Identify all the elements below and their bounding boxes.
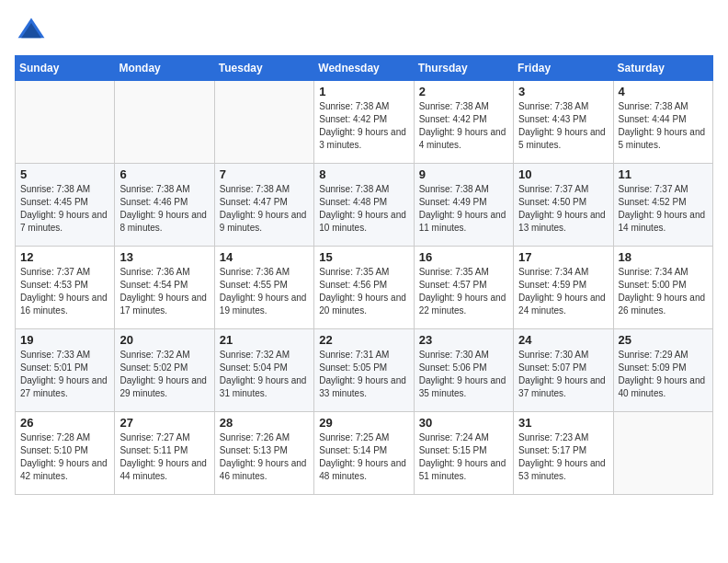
day-number: 19 [20, 333, 109, 347]
calendar-cell: 10Sunrise: 7:37 AM Sunset: 4:50 PM Dayli… [514, 164, 613, 247]
day-info: Sunrise: 7:30 AM Sunset: 5:07 PM Dayligh… [518, 349, 608, 400]
calendar-cell: 2Sunrise: 7:38 AM Sunset: 4:42 PM Daylig… [414, 81, 513, 164]
day-info: Sunrise: 7:31 AM Sunset: 5:05 PM Dayligh… [319, 349, 408, 400]
calendar-cell: 20Sunrise: 7:32 AM Sunset: 5:02 PM Dayli… [115, 329, 214, 412]
day-info: Sunrise: 7:37 AM Sunset: 4:50 PM Dayligh… [518, 183, 608, 235]
day-info: Sunrise: 7:25 AM Sunset: 5:14 PM Dayligh… [319, 431, 408, 483]
day-info: Sunrise: 7:33 AM Sunset: 5:01 PM Dayligh… [20, 349, 109, 400]
day-number: 15 [319, 250, 408, 264]
calendar-cell: 18Sunrise: 7:34 AM Sunset: 5:00 PM Dayli… [613, 247, 712, 329]
day-number: 24 [518, 333, 608, 347]
day-info: Sunrise: 7:32 AM Sunset: 5:02 PM Dayligh… [119, 349, 209, 400]
day-info: Sunrise: 7:26 AM Sunset: 5:13 PM Dayligh… [220, 431, 309, 483]
day-number: 17 [518, 250, 608, 264]
calendar-cell: 14Sunrise: 7:36 AM Sunset: 4:55 PM Dayli… [214, 247, 313, 329]
day-number: 29 [319, 416, 408, 430]
calendar-cell: 5Sunrise: 7:38 AM Sunset: 4:45 PM Daylig… [16, 164, 115, 247]
day-info: Sunrise: 7:36 AM Sunset: 4:55 PM Dayligh… [220, 266, 309, 317]
calendar-cell: 23Sunrise: 7:30 AM Sunset: 5:06 PM Dayli… [414, 329, 513, 412]
weekday-header: Tuesday [214, 56, 313, 81]
day-number: 18 [619, 250, 708, 264]
calendar-week-row: 5Sunrise: 7:38 AM Sunset: 4:45 PM Daylig… [16, 164, 713, 247]
day-number: 9 [419, 167, 508, 181]
day-info: Sunrise: 7:29 AM Sunset: 5:09 PM Dayligh… [619, 349, 708, 400]
weekday-header-row: SundayMondayTuesdayWednesdayThursdayFrid… [16, 56, 713, 81]
calendar-cell: 31Sunrise: 7:23 AM Sunset: 5:17 PM Dayli… [514, 412, 613, 495]
day-info: Sunrise: 7:38 AM Sunset: 4:44 PM Dayligh… [619, 100, 708, 152]
day-number: 28 [220, 416, 309, 430]
day-info: Sunrise: 7:36 AM Sunset: 4:54 PM Dayligh… [119, 266, 209, 317]
day-number: 6 [119, 167, 209, 181]
day-number: 12 [20, 250, 109, 264]
day-number: 13 [119, 250, 209, 264]
calendar-cell: 30Sunrise: 7:24 AM Sunset: 5:15 PM Dayli… [414, 412, 513, 495]
logo [15, 15, 51, 48]
day-info: Sunrise: 7:30 AM Sunset: 5:06 PM Dayligh… [419, 349, 508, 400]
day-number: 11 [619, 167, 708, 181]
calendar-cell: 19Sunrise: 7:33 AM Sunset: 5:01 PM Dayli… [16, 329, 115, 412]
day-number: 23 [419, 333, 508, 347]
day-number: 10 [518, 167, 608, 181]
day-number: 22 [319, 333, 408, 347]
calendar-cell: 9Sunrise: 7:38 AM Sunset: 4:49 PM Daylig… [414, 164, 513, 247]
day-number: 20 [119, 333, 209, 347]
calendar-table: SundayMondayTuesdayWednesdayThursdayFrid… [15, 55, 713, 495]
day-info: Sunrise: 7:32 AM Sunset: 5:04 PM Dayligh… [220, 349, 309, 400]
calendar-week-row: 12Sunrise: 7:37 AM Sunset: 4:53 PM Dayli… [16, 247, 713, 329]
day-info: Sunrise: 7:34 AM Sunset: 5:00 PM Dayligh… [619, 266, 708, 317]
day-info: Sunrise: 7:23 AM Sunset: 5:17 PM Dayligh… [518, 431, 608, 483]
day-info: Sunrise: 7:35 AM Sunset: 4:56 PM Dayligh… [319, 266, 408, 317]
calendar-week-row: 26Sunrise: 7:28 AM Sunset: 5:10 PM Dayli… [16, 412, 713, 495]
calendar-cell: 22Sunrise: 7:31 AM Sunset: 5:05 PM Dayli… [314, 329, 414, 412]
weekday-header: Sunday [16, 56, 115, 81]
day-number: 7 [220, 167, 309, 181]
day-number: 2 [419, 85, 508, 98]
weekday-header: Thursday [414, 56, 513, 81]
calendar-cell: 8Sunrise: 7:38 AM Sunset: 4:48 PM Daylig… [314, 164, 414, 247]
calendar-cell: 11Sunrise: 7:37 AM Sunset: 4:52 PM Dayli… [613, 164, 712, 247]
calendar-week-row: 19Sunrise: 7:33 AM Sunset: 5:01 PM Dayli… [16, 329, 713, 412]
day-number: 25 [619, 333, 708, 347]
day-info: Sunrise: 7:38 AM Sunset: 4:42 PM Dayligh… [319, 100, 408, 152]
weekday-header: Friday [514, 56, 613, 81]
calendar-cell: 21Sunrise: 7:32 AM Sunset: 5:04 PM Dayli… [214, 329, 313, 412]
day-info: Sunrise: 7:28 AM Sunset: 5:10 PM Dayligh… [20, 431, 109, 483]
calendar-cell: 29Sunrise: 7:25 AM Sunset: 5:14 PM Dayli… [314, 412, 414, 495]
day-number: 3 [518, 85, 608, 98]
weekday-header: Monday [115, 56, 214, 81]
calendar-week-row: 1Sunrise: 7:38 AM Sunset: 4:42 PM Daylig… [16, 81, 713, 164]
day-number: 26 [20, 416, 109, 430]
day-info: Sunrise: 7:38 AM Sunset: 4:42 PM Dayligh… [419, 100, 508, 152]
day-info: Sunrise: 7:38 AM Sunset: 4:47 PM Dayligh… [220, 183, 309, 235]
day-number: 30 [419, 416, 508, 430]
calendar-cell: 13Sunrise: 7:36 AM Sunset: 4:54 PM Dayli… [115, 247, 214, 329]
day-info: Sunrise: 7:38 AM Sunset: 4:48 PM Dayligh… [319, 183, 408, 235]
day-info: Sunrise: 7:38 AM Sunset: 4:46 PM Dayligh… [119, 183, 209, 235]
day-info: Sunrise: 7:38 AM Sunset: 4:43 PM Dayligh… [518, 100, 608, 152]
day-number: 31 [518, 416, 608, 430]
weekday-header: Saturday [613, 56, 712, 81]
calendar-cell: 1Sunrise: 7:38 AM Sunset: 4:42 PM Daylig… [314, 81, 414, 164]
day-number: 16 [419, 250, 508, 264]
day-number: 21 [220, 333, 309, 347]
day-number: 5 [20, 167, 109, 181]
day-info: Sunrise: 7:38 AM Sunset: 4:49 PM Dayligh… [419, 183, 508, 235]
day-number: 1 [319, 85, 408, 98]
day-info: Sunrise: 7:37 AM Sunset: 4:53 PM Dayligh… [20, 266, 109, 317]
page-header [15, 15, 713, 48]
logo-icon [15, 15, 48, 48]
calendar-cell [16, 81, 115, 164]
calendar-cell: 24Sunrise: 7:30 AM Sunset: 5:07 PM Dayli… [514, 329, 613, 412]
calendar-cell: 17Sunrise: 7:34 AM Sunset: 4:59 PM Dayli… [514, 247, 613, 329]
calendar-cell [115, 81, 214, 164]
day-info: Sunrise: 7:37 AM Sunset: 4:52 PM Dayligh… [619, 183, 708, 235]
calendar-cell: 27Sunrise: 7:27 AM Sunset: 5:11 PM Dayli… [115, 412, 214, 495]
calendar-cell: 25Sunrise: 7:29 AM Sunset: 5:09 PM Dayli… [613, 329, 712, 412]
day-info: Sunrise: 7:35 AM Sunset: 4:57 PM Dayligh… [419, 266, 508, 317]
calendar-cell: 15Sunrise: 7:35 AM Sunset: 4:56 PM Dayli… [314, 247, 414, 329]
day-info: Sunrise: 7:27 AM Sunset: 5:11 PM Dayligh… [119, 431, 209, 483]
calendar-cell [214, 81, 313, 164]
day-number: 4 [619, 85, 708, 98]
calendar-cell: 3Sunrise: 7:38 AM Sunset: 4:43 PM Daylig… [514, 81, 613, 164]
calendar-cell [613, 412, 712, 495]
